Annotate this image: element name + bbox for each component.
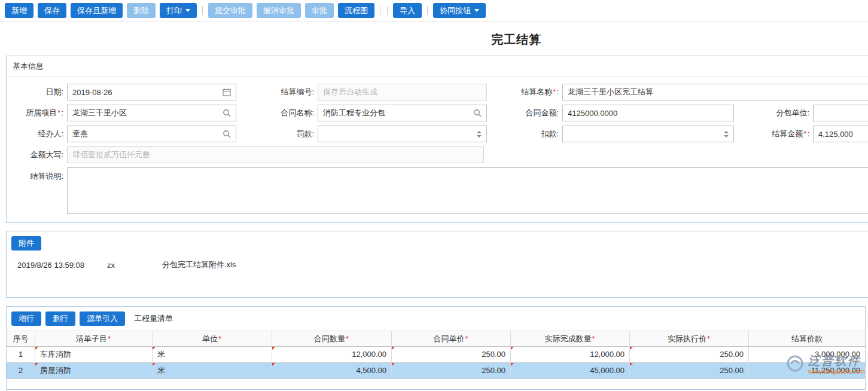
cell-unit[interactable]: 米: [153, 347, 272, 363]
contract-name-label: 合同名称:: [236, 108, 314, 118]
form-row: 所属项目*: 龙湖三千里小区 合同名称: 消防工程专业分包 合同金额: 412: [7, 105, 868, 121]
save-and-new-button[interactable]: 保存且新增: [71, 3, 123, 18]
settlement-name-input[interactable]: 龙湖三千里小区完工结算: [562, 84, 868, 100]
print-button[interactable]: 打印: [160, 3, 197, 18]
contract-name-value: 消防工程专业分包: [323, 108, 470, 118]
items-table: 序号 清单子目* 单位* 合同数量* 合同单价* 实际完成数量* 实际执行价* …: [7, 331, 865, 379]
basic-info-panel: 基本信息 日期: 2019-08-26 结算编号: 保存后自动生成 结算名称*:…: [6, 56, 868, 223]
settlement-note-label: 结算说明:: [7, 167, 63, 182]
attachment-button[interactable]: 附件: [11, 236, 41, 251]
project-value: 龙湖三千里小区: [72, 108, 219, 118]
cancel-approval-button: 撤消审批: [257, 3, 301, 18]
form-row: 结算说明:: [7, 167, 868, 214]
table-row[interactable]: 2 房屋消防 米 4,500.00 250.00 45,000.00 250.0…: [7, 363, 865, 379]
amount-in-words-label: 金额大写:: [7, 149, 63, 160]
form-row: 金额大写: 肆佰壹拾贰万伍仟元整: [7, 146, 868, 163]
table-header-row: 序号 清单子目* 单位* 合同数量* 合同单价* 实际完成数量* 实际执行价* …: [7, 331, 865, 347]
toolbar-separator: [380, 6, 380, 15]
caret-down-icon: [185, 9, 190, 12]
table-row[interactable]: 1 车库消防 米 12,000.00 250.00 12,000.00 250.…: [7, 347, 865, 363]
cell-list-item[interactable]: 房屋消防: [35, 363, 153, 379]
attachment-item: 2019/8/26 13:59:08 zx 分包完工结算附件.xls: [11, 259, 868, 270]
caret-down-icon: [474, 9, 479, 12]
handler-label: 经办人:: [7, 129, 63, 139]
deduction-input[interactable]: [562, 126, 734, 142]
cell-seq: 1: [7, 347, 35, 363]
source-import-button[interactable]: 源单引入: [80, 311, 125, 326]
search-icon[interactable]: [223, 109, 231, 117]
detail-toolbar: 增行 删行 源单引入 工程量清单: [7, 307, 865, 331]
settlement-name-label: 结算名称*:: [487, 87, 559, 97]
cell-contract-price[interactable]: 250.00: [392, 363, 511, 379]
cell-actual-price[interactable]: 250.00: [630, 347, 749, 363]
import-button[interactable]: 导入: [393, 3, 422, 18]
new-button[interactable]: 新增: [5, 3, 33, 18]
handler-value: 童燕: [72, 129, 219, 139]
cell-actual-qty[interactable]: 45,000.00: [511, 363, 630, 379]
subcontract-unit-input[interactable]: [813, 105, 868, 121]
number-stepper[interactable]: [724, 131, 729, 138]
header-settlement-price: 结算价款: [749, 331, 865, 347]
form-row: 经办人: 童燕 罚款: 扣款: 结算金额*:: [7, 126, 868, 142]
toolbar-separator: [202, 6, 203, 15]
cell-actual-price[interactable]: 250.00: [630, 363, 749, 379]
main-toolbar: 新增 保存 保存且新增 删除 打印 提交审批 撤消审批 审批 流程图 导入 协同…: [0, 0, 868, 22]
form-row: 日期: 2019-08-26 结算编号: 保存后自动生成 结算名称*: 龙湖三千…: [7, 84, 868, 100]
header-seq: 序号: [7, 331, 35, 347]
attachment-uploader: zx: [107, 261, 162, 270]
project-input[interactable]: 龙湖三千里小区: [67, 105, 236, 121]
date-input[interactable]: 2019-08-26: [67, 84, 236, 100]
contract-amount-value: 4125000.0000: [568, 109, 729, 118]
search-icon[interactable]: [223, 130, 231, 138]
subcontract-unit-label: 分包单位:: [734, 108, 809, 118]
approve-button: 审批: [305, 3, 334, 18]
required-marker: *: [465, 334, 468, 343]
save-button[interactable]: 保存: [38, 3, 66, 18]
add-row-button[interactable]: 增行: [11, 311, 41, 326]
date-label: 日期:: [7, 87, 63, 97]
penalty-input[interactable]: [318, 126, 487, 142]
cell-unit[interactable]: 米: [153, 363, 272, 379]
settlement-no-label: 结算编号:: [236, 87, 314, 97]
settlement-no-placeholder: 保存后自动生成: [323, 87, 482, 97]
required-marker: *: [553, 87, 556, 96]
collaboration-button[interactable]: 协同按钮: [433, 3, 486, 18]
toolbar-separator: [427, 6, 428, 15]
contract-amount-input[interactable]: 4125000.0000: [562, 105, 734, 121]
settlement-amount-label: 结算金额*:: [734, 129, 809, 139]
cell-list-item[interactable]: 车库消防: [35, 347, 153, 363]
amount-in-words-input: 肆佰壹拾贰万伍仟元整: [67, 146, 484, 163]
header-actual-qty: 实际完成数量*: [511, 331, 630, 347]
flowchart-button[interactable]: 流程图: [338, 3, 374, 18]
cell-contract-qty[interactable]: 4,500.00: [272, 363, 392, 379]
header-contract-qty: 合同数量*: [272, 331, 392, 347]
attachments-panel: 附件 2019/8/26 13:59:08 zx 分包完工结算附件.xls: [6, 231, 868, 298]
basic-info-section-title: 基本信息: [7, 56, 868, 77]
settlement-name-value: 龙湖三千里小区完工结算: [568, 87, 868, 97]
attachment-filename[interactable]: 分包完工结算附件.xls: [162, 259, 236, 270]
required-marker: *: [57, 108, 60, 117]
attachment-time: 2019/8/26 13:59:08: [17, 261, 107, 270]
print-button-label: 打印: [166, 5, 182, 16]
amount-in-words-value: 肆佰壹拾贰万伍仟元整: [72, 149, 479, 160]
handler-input[interactable]: 童燕: [67, 126, 236, 142]
delete-row-button[interactable]: 删行: [45, 311, 75, 326]
submit-approval-button: 提交审批: [208, 3, 252, 18]
contract-name-input[interactable]: 消防工程专业分包: [318, 105, 487, 121]
cell-actual-qty[interactable]: 12,000.00: [511, 347, 630, 363]
cell-contract-qty[interactable]: 12,000.00: [272, 347, 392, 363]
settlement-amount-input[interactable]: 4,125,000: [813, 126, 868, 142]
basic-info-form: 日期: 2019-08-26 结算编号: 保存后自动生成 结算名称*: 龙湖三千…: [7, 77, 868, 222]
page-root: 新增 保存 保存且新增 删除 打印 提交审批 撤消审批 审批 流程图 导入 协同…: [0, 0, 868, 390]
calendar-icon[interactable]: [223, 88, 231, 96]
cell-contract-price[interactable]: 250.00: [392, 347, 511, 363]
collaboration-button-label: 协同按钮: [440, 5, 471, 16]
settlement-note-textarea[interactable]: [67, 167, 868, 214]
header-contract-price: 合同单价*: [392, 331, 511, 347]
toolbar-separator: [387, 6, 388, 15]
title-row: 完工结算: [0, 22, 868, 56]
number-stepper[interactable]: [477, 131, 482, 138]
search-icon[interactable]: [473, 109, 482, 117]
required-marker: *: [592, 334, 595, 343]
settlement-no-input: 保存后自动生成: [318, 84, 487, 100]
